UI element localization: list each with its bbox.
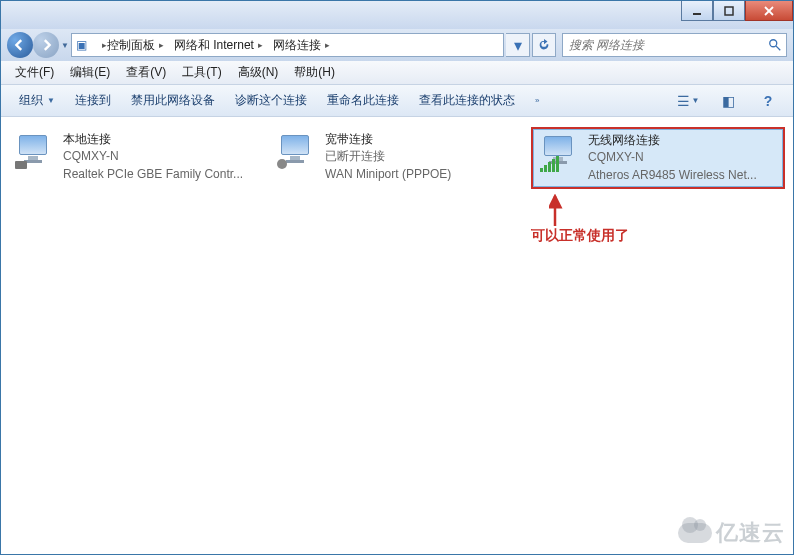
connection-desc: WAN Miniport (PPPOE) xyxy=(325,166,451,183)
search-icon[interactable] xyxy=(764,38,786,52)
address-bar[interactable]: ▣ ▸控制面板▸ 网络和 Internet▸ 网络连接▸ xyxy=(71,33,504,57)
content-area[interactable]: 本地连接 CQMXY-N Realtek PCIe GBE Family Con… xyxy=(1,117,793,554)
nav-buttons: ▼ xyxy=(7,32,69,58)
search-input[interactable] xyxy=(563,38,764,52)
connection-item-lan[interactable]: 本地连接 CQMXY-N Realtek PCIe GBE Family Con… xyxy=(9,129,259,187)
nav-history-dropdown[interactable]: ▼ xyxy=(61,41,69,50)
back-button[interactable] xyxy=(7,32,33,58)
breadcrumb-label: 网络连接 xyxy=(273,37,321,54)
annotation-text: 可以正常使用了 xyxy=(531,227,629,245)
toolbar-right: ☰▼ ◧ ? xyxy=(671,90,785,112)
connection-desc: Atheros AR9485 Wireless Net... xyxy=(588,167,757,184)
breadcrumb-network-connections[interactable]: 网络连接▸ xyxy=(267,34,334,56)
forward-button[interactable] xyxy=(33,32,59,58)
connection-name: 无线网络连接 xyxy=(588,132,757,149)
lan-adapter-icon xyxy=(15,131,55,171)
breadcrumb-network-internet[interactable]: 网络和 Internet▸ xyxy=(168,34,267,56)
connection-status: CQMXY-N xyxy=(63,148,243,165)
cloud-icon xyxy=(678,523,712,543)
wifi-adapter-icon xyxy=(540,132,580,172)
toolbar-diagnose[interactable]: 诊断这个连接 xyxy=(225,92,317,109)
preview-pane-button[interactable]: ◧ xyxy=(711,90,745,112)
breadcrumb-control-panel[interactable]: ▸控制面板▸ xyxy=(92,34,168,56)
minimize-button[interactable] xyxy=(681,1,713,21)
menu-view[interactable]: 查看(V) xyxy=(118,64,174,81)
toolbar: 组织▼ 连接到 禁用此网络设备 诊断这个连接 重命名此连接 查看此连接的状态 »… xyxy=(1,85,793,117)
menu-edit[interactable]: 编辑(E) xyxy=(62,64,118,81)
titlebar[interactable] xyxy=(1,1,793,29)
connection-item-wireless[interactable]: 无线网络连接 CQMXY-N Atheros AR9485 Wireless N… xyxy=(533,129,783,187)
connections-list: 本地连接 CQMXY-N Realtek PCIe GBE Family Con… xyxy=(1,117,793,199)
menu-tools[interactable]: 工具(T) xyxy=(174,64,229,81)
address-dropdown[interactable]: ▾ xyxy=(506,33,530,57)
connection-text: 宽带连接 已断开连接 WAN Miniport (PPPOE) xyxy=(325,131,451,185)
window-frame: ▼ ▣ ▸控制面板▸ 网络和 Internet▸ 网络连接▸ ▾ 文件(F) 编… xyxy=(0,0,794,555)
connection-item-broadband[interactable]: 宽带连接 已断开连接 WAN Miniport (PPPOE) xyxy=(271,129,521,187)
connection-desc: Realtek PCIe GBE Family Contr... xyxy=(63,166,243,183)
breadcrumb-label: 控制面板 xyxy=(107,37,155,54)
connection-status: CQMXY-N xyxy=(588,149,757,166)
toolbar-label: 组织 xyxy=(19,92,43,109)
view-options-button[interactable]: ☰▼ xyxy=(671,90,705,112)
connection-name: 宽带连接 xyxy=(325,131,451,148)
connection-text: 无线网络连接 CQMXY-N Atheros AR9485 Wireless N… xyxy=(588,132,757,184)
watermark-text: 亿速云 xyxy=(716,518,785,548)
connection-text: 本地连接 CQMXY-N Realtek PCIe GBE Family Con… xyxy=(63,131,243,185)
svg-line-5 xyxy=(776,46,780,50)
toolbar-viewstatus[interactable]: 查看此连接的状态 xyxy=(409,92,525,109)
toolbar-organize[interactable]: 组织▼ xyxy=(9,92,65,109)
chevron-down-icon: ▼ xyxy=(47,96,55,105)
toolbar-more[interactable]: » xyxy=(525,96,549,105)
menu-advanced[interactable]: 高级(N) xyxy=(230,64,287,81)
menubar: 文件(F) 编辑(E) 查看(V) 工具(T) 高级(N) 帮助(H) xyxy=(1,61,793,85)
toolbar-rename[interactable]: 重命名此连接 xyxy=(317,92,409,109)
help-button[interactable]: ? xyxy=(751,90,785,112)
maximize-button[interactable] xyxy=(713,1,745,21)
connection-status: 已断开连接 xyxy=(325,148,451,165)
control-panel-icon: ▣ xyxy=(72,38,92,52)
refresh-button[interactable] xyxy=(532,33,556,57)
wan-adapter-icon xyxy=(277,131,317,171)
annotation-arrow-icon xyxy=(549,192,579,228)
close-button[interactable] xyxy=(745,1,793,21)
menu-file[interactable]: 文件(F) xyxy=(7,64,62,81)
svg-point-4 xyxy=(770,40,777,47)
toolbar-connect[interactable]: 连接到 xyxy=(65,92,121,109)
breadcrumb-label: 网络和 Internet xyxy=(174,37,254,54)
chevron-right-icon: » xyxy=(535,96,539,105)
address-row: ▼ ▣ ▸控制面板▸ 网络和 Internet▸ 网络连接▸ ▾ xyxy=(1,29,793,61)
search-box[interactable] xyxy=(562,33,787,57)
window-controls xyxy=(681,1,793,21)
watermark: 亿速云 xyxy=(678,518,785,548)
toolbar-disable[interactable]: 禁用此网络设备 xyxy=(121,92,225,109)
menu-help[interactable]: 帮助(H) xyxy=(286,64,343,81)
connection-name: 本地连接 xyxy=(63,131,243,148)
svg-rect-1 xyxy=(725,7,733,15)
